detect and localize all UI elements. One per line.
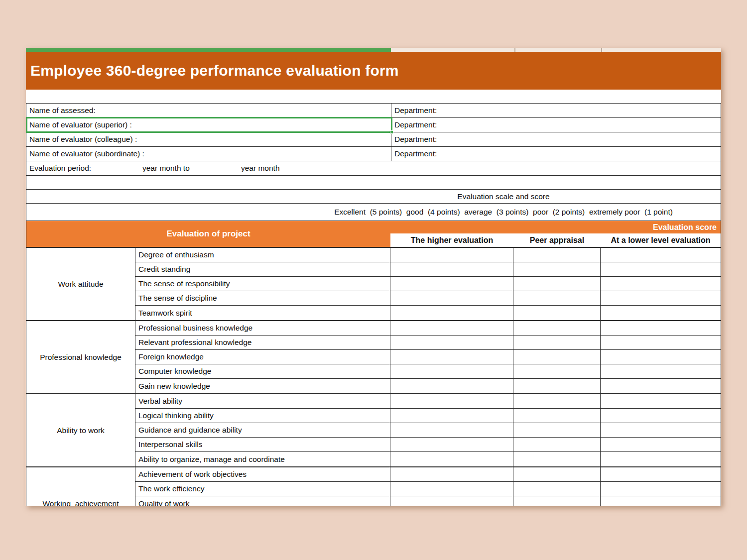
score-cell-lower[interactable] — [601, 496, 721, 506]
score-cell-higher[interactable] — [390, 394, 513, 408]
department-cell[interactable]: Department: — [391, 147, 721, 161]
table-header: Evaluation of project Evaluation score T… — [26, 221, 721, 248]
score-cell-higher[interactable] — [390, 364, 513, 378]
table-row: The sense of responsibility — [135, 277, 721, 291]
item-cell[interactable]: Degree of enthusiasm — [135, 248, 390, 262]
score-cell-peer[interactable] — [513, 467, 601, 481]
table-row: Verbal ability — [135, 394, 721, 409]
score-cell-lower[interactable] — [601, 467, 721, 481]
category-items: Degree of enthusiasmCredit standingThe s… — [135, 248, 721, 320]
score-cell-higher[interactable] — [390, 262, 513, 276]
score-cell-peer[interactable] — [513, 336, 601, 349]
score-cell-lower[interactable] — [601, 350, 721, 364]
item-cell[interactable]: Gain new knowledge — [135, 379, 390, 393]
evaluation-period-row[interactable]: Evaluation period: year month to year mo… — [26, 161, 721, 176]
project-header-cell[interactable]: Evaluation of project — [26, 221, 390, 247]
score-cell-higher[interactable] — [390, 321, 513, 335]
category-cell[interactable]: Professional knowledge — [26, 321, 135, 393]
score-cell-peer[interactable] — [513, 482, 601, 496]
department-cell[interactable]: Department: — [391, 118, 721, 132]
item-cell[interactable]: The sense of responsibility — [135, 277, 390, 291]
item-cell[interactable]: Interpersonal skills — [135, 438, 390, 451]
score-cell-higher[interactable] — [390, 291, 513, 305]
score-cell-peer[interactable] — [513, 394, 601, 408]
score-cell-peer[interactable] — [513, 364, 601, 378]
item-cell[interactable]: The sense of discipline — [135, 291, 390, 305]
score-cell-higher[interactable] — [390, 350, 513, 364]
score-cell-lower[interactable] — [601, 423, 721, 437]
score-cell-higher[interactable] — [390, 306, 513, 320]
score-cell-higher[interactable] — [390, 452, 513, 466]
item-cell[interactable]: Logical thinking ability — [135, 409, 390, 423]
item-cell[interactable]: Relevant professional knowledge — [135, 336, 390, 349]
subheader-lower-level-evaluation[interactable]: At a lower level evaluation — [601, 233, 721, 247]
score-cell-lower[interactable] — [601, 379, 721, 393]
item-cell[interactable]: Foreign knowledge — [135, 350, 390, 364]
score-header-cell[interactable]: Evaluation score — [390, 221, 721, 233]
score-cell-peer[interactable] — [513, 350, 601, 364]
score-cell-higher[interactable] — [390, 336, 513, 349]
score-cell-lower[interactable] — [601, 248, 721, 262]
score-cell-peer[interactable] — [513, 423, 601, 437]
score-cell-lower[interactable] — [601, 409, 721, 423]
score-cell-peer[interactable] — [513, 306, 601, 320]
score-cell-peer[interactable] — [513, 379, 601, 393]
score-cell-lower[interactable] — [601, 438, 721, 451]
score-cell-peer[interactable] — [513, 291, 601, 305]
info-row: Name of evaluator (superior) :Department… — [26, 118, 721, 132]
score-cell-peer[interactable] — [513, 409, 601, 423]
score-cell-higher[interactable] — [390, 482, 513, 496]
score-cell-higher[interactable] — [390, 409, 513, 423]
category-cell[interactable]: Work attitude — [26, 248, 135, 320]
score-cell-peer[interactable] — [513, 277, 601, 291]
subheader-peer-appraisal[interactable]: Peer appraisal — [513, 233, 601, 247]
score-cell-peer[interactable] — [513, 248, 601, 262]
department-cell[interactable]: Department: — [391, 132, 721, 146]
item-cell[interactable]: Professional business knowledge — [135, 321, 390, 335]
subheader-higher-evaluation[interactable]: The higher evaluation — [390, 233, 513, 247]
empty-row[interactable] — [26, 176, 721, 190]
score-cell-lower[interactable] — [601, 306, 721, 320]
item-cell[interactable]: Computer knowledge — [135, 364, 390, 378]
name-cell[interactable]: Name of evaluator (subordinate) : — [26, 147, 391, 161]
score-cell-lower[interactable] — [601, 321, 721, 335]
score-cell-higher[interactable] — [390, 496, 513, 506]
item-cell[interactable]: Teamwork spirit — [135, 306, 390, 320]
score-cell-lower[interactable] — [601, 336, 721, 349]
name-cell[interactable]: Name of evaluator (colleague) : — [26, 132, 391, 146]
item-cell[interactable]: Quality of work — [135, 496, 390, 506]
category-cell[interactable]: Ability to work — [26, 394, 135, 466]
score-cell-peer[interactable] — [513, 321, 601, 335]
item-cell[interactable]: The work efficiency — [135, 482, 390, 496]
score-cell-peer[interactable] — [513, 496, 601, 506]
item-cell[interactable]: Credit standing — [135, 262, 390, 276]
item-cell[interactable]: Ability to organize, manage and coordina… — [135, 452, 390, 466]
score-cell-peer[interactable] — [513, 452, 601, 466]
score-cell-higher[interactable] — [390, 277, 513, 291]
category-cell[interactable]: Working achievement — [26, 467, 135, 506]
department-cell[interactable]: Department: — [391, 104, 721, 117]
score-cell-peer[interactable] — [513, 438, 601, 451]
score-cell-peer[interactable] — [513, 262, 601, 276]
score-cell-higher[interactable] — [390, 423, 513, 437]
score-cell-higher[interactable] — [390, 438, 513, 451]
table-row: Logical thinking ability — [135, 409, 721, 423]
score-cell-lower[interactable] — [601, 482, 721, 496]
score-cell-lower[interactable] — [601, 262, 721, 276]
item-cell[interactable]: Guidance and guidance ability — [135, 423, 390, 437]
score-cell-higher[interactable] — [390, 379, 513, 393]
score-cell-lower[interactable] — [601, 291, 721, 305]
score-cell-higher[interactable] — [390, 467, 513, 481]
score-cell-lower[interactable] — [601, 364, 721, 378]
form-title-bar: Employee 360-degree performance evaluati… — [26, 52, 721, 90]
score-cell-lower[interactable] — [601, 452, 721, 466]
score-cell-higher[interactable] — [390, 248, 513, 262]
name-cell[interactable]: Name of assessed: — [26, 104, 391, 117]
score-cell-lower[interactable] — [601, 394, 721, 408]
score-cell-lower[interactable] — [601, 277, 721, 291]
item-cell[interactable]: Verbal ability — [135, 394, 390, 408]
name-cell[interactable]: Name of evaluator (superior) : — [26, 118, 391, 132]
item-cell[interactable]: Achievement of work objectives — [135, 467, 390, 481]
scale-title-row[interactable]: Evaluation scale and score — [26, 190, 721, 204]
scale-levels-row[interactable]: Excellent (5 points) good (4 points) ave… — [26, 204, 721, 221]
